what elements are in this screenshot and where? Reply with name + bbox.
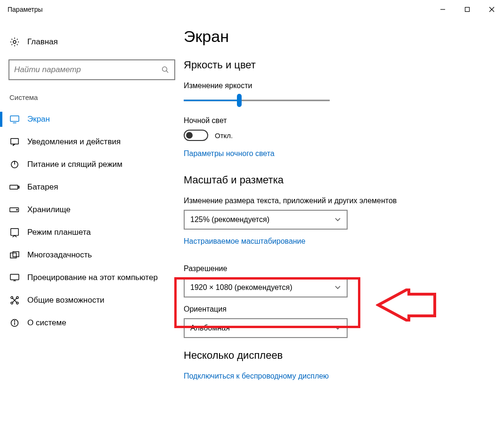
- svg-rect-19: [10, 274, 19, 280]
- home-button[interactable]: Главная: [0, 33, 184, 51]
- svg-point-20: [11, 297, 13, 298]
- svg-point-15: [16, 209, 17, 210]
- svg-rect-16: [11, 229, 18, 236]
- maximize-button[interactable]: [455, 0, 480, 19]
- nightlight-label: Ночной свет: [184, 116, 495, 125]
- category-label: Система: [0, 93, 184, 108]
- sidebar-item-label: Уведомления и действия: [27, 137, 121, 147]
- svg-point-5: [163, 67, 167, 72]
- resolution-label: Разрешение: [184, 264, 495, 273]
- chevron-down-icon: [334, 285, 341, 290]
- search-input[interactable]: [14, 65, 161, 74]
- svg-point-22: [11, 302, 13, 304]
- page-title: Экран: [184, 27, 495, 46]
- resolution-dropdown[interactable]: 1920 × 1080 (рекомендуется): [184, 278, 348, 297]
- svg-rect-12: [10, 185, 18, 189]
- resolution-value: 1920 × 1080 (рекомендуется): [190, 283, 292, 292]
- orientation-value: Альбомная: [190, 324, 230, 332]
- chevron-down-icon: [334, 217, 341, 222]
- svg-line-6: [166, 71, 168, 73]
- svg-point-23: [16, 302, 18, 304]
- shared-experiences-icon: [9, 296, 20, 305]
- multitasking-icon: [9, 251, 20, 259]
- scale-dropdown[interactable]: 125% (рекомендуется): [184, 210, 348, 230]
- window-controls: [431, 0, 504, 19]
- sidebar-item-projecting[interactable]: Проецирование на этот компьютер: [0, 266, 184, 289]
- sidebar-item-shared[interactable]: Общие возможности: [0, 289, 184, 312]
- main-panel: Экран Яркость и цвет Изменение яркости Н…: [184, 19, 504, 429]
- custom-scaling-link[interactable]: Настраиваемое масштабирование: [184, 237, 305, 246]
- sidebar-item-label: Питание и спящий режим: [27, 160, 122, 169]
- svg-point-28: [14, 321, 15, 321]
- orientation-dropdown[interactable]: Альбомная: [184, 318, 348, 338]
- svg-point-4: [13, 41, 16, 43]
- battery-icon: [9, 184, 20, 190]
- slider-thumb[interactable]: [237, 94, 242, 107]
- window-title: Параметры: [8, 6, 43, 13]
- sidebar-item-label: Общие возможности: [27, 296, 104, 305]
- sidebar-item-multitasking[interactable]: Многозадачность: [0, 244, 184, 266]
- notifications-icon: [9, 137, 20, 147]
- wireless-display-link[interactable]: Подключиться к беспроводному дисплею: [184, 372, 329, 380]
- gear-icon: [9, 37, 20, 47]
- sidebar-item-display[interactable]: Экран: [0, 108, 184, 131]
- power-icon: [9, 160, 20, 169]
- sidebar: Главная Система Экран Уведомления и дейс…: [0, 19, 184, 429]
- sidebar-item-battery[interactable]: Батарея: [0, 176, 184, 198]
- minimize-button[interactable]: [431, 0, 455, 19]
- svg-point-21: [16, 297, 18, 298]
- projecting-icon: [9, 273, 20, 282]
- svg-rect-18: [13, 252, 19, 257]
- titlebar: Параметры: [0, 0, 504, 19]
- about-icon: [9, 318, 20, 328]
- sidebar-item-notifications[interactable]: Уведомления и действия: [0, 131, 184, 153]
- svg-rect-9: [11, 139, 18, 144]
- scale-value: 125% (рекомендуется): [190, 215, 269, 224]
- scale-label: Изменение размера текста, приложений и д…: [184, 197, 495, 205]
- chevron-down-icon: [334, 326, 341, 330]
- search-box[interactable]: [8, 59, 175, 80]
- storage-icon: [9, 206, 20, 213]
- sidebar-item-about[interactable]: О системе: [0, 312, 184, 334]
- brightness-label: Изменение яркости: [184, 82, 495, 90]
- sidebar-item-label: Многозадачность: [27, 250, 92, 260]
- sidebar-item-tablet[interactable]: Режим планшета: [0, 221, 184, 244]
- sidebar-item-label: Хранилище: [27, 205, 71, 214]
- section-scale: Масштаб и разметка: [184, 174, 495, 186]
- svg-rect-17: [10, 253, 16, 258]
- sidebar-item-label: Режим планшета: [27, 228, 91, 237]
- tablet-mode-icon: [9, 228, 20, 237]
- svg-rect-7: [10, 116, 19, 122]
- sidebar-item-label: О системе: [27, 318, 66, 328]
- search-icon: [161, 66, 170, 74]
- nightlight-settings-link[interactable]: Параметры ночного света: [184, 149, 275, 158]
- section-brightness: Яркость и цвет: [184, 59, 495, 71]
- sidebar-item-power[interactable]: Питание и спящий режим: [0, 153, 184, 176]
- orientation-label: Ориентация: [184, 305, 495, 314]
- home-label: Главная: [27, 37, 58, 47]
- svg-rect-1: [465, 8, 470, 12]
- close-button[interactable]: [480, 0, 504, 19]
- brightness-slider[interactable]: [184, 95, 330, 106]
- sidebar-item-label: Экран: [27, 115, 50, 124]
- section-multidisplay: Несколько дисплеев: [184, 349, 495, 362]
- svg-rect-13: [18, 186, 19, 188]
- nightlight-toggle[interactable]: [184, 130, 208, 141]
- nightlight-state: Откл.: [215, 132, 233, 140]
- display-icon: [9, 115, 20, 124]
- sidebar-item-label: Проецирование на этот компьютер: [27, 273, 158, 282]
- sidebar-item-label: Батарея: [27, 182, 58, 192]
- sidebar-item-storage[interactable]: Хранилище: [0, 198, 184, 221]
